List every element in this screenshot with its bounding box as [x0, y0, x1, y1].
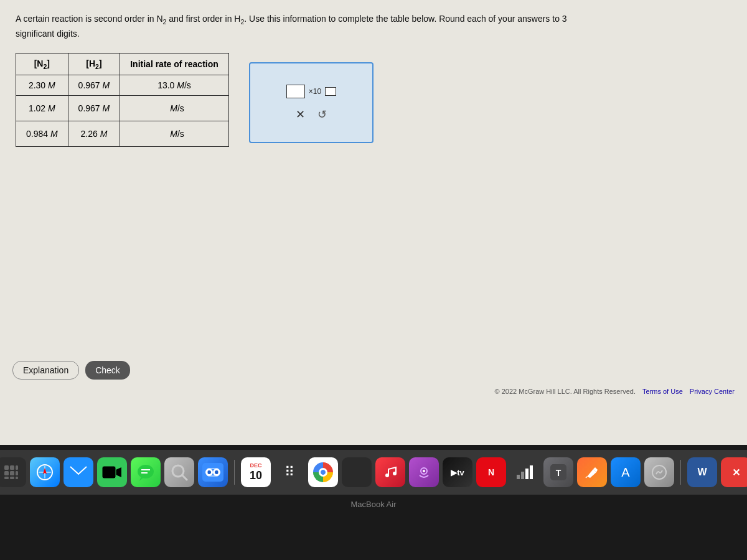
reaction-table: [N2] [H2] Initial rate of reaction 2.30 … [16, 53, 229, 147]
safari-icon[interactable] [30, 457, 60, 487]
calendar-icon[interactable]: DEC 10 [241, 457, 271, 487]
popup-box: ×10 ✕ ↺ [249, 62, 374, 143]
footer: © 2022 McGraw Hill LLC. All Rights Reser… [495, 388, 735, 395]
svg-rect-4 [10, 471, 14, 475]
dock-bar: DEC 10 ⠿ ▶tv [0, 450, 747, 495]
appstore-icon[interactable]: A [611, 457, 641, 487]
netflix-label: N [488, 467, 494, 477]
word-label: W [697, 467, 707, 478]
explanation-button[interactable]: Explanation [12, 361, 79, 380]
messages-icon[interactable] [131, 457, 161, 487]
svg-line-22 [182, 475, 187, 480]
popup-buttons: ✕ ↺ [296, 108, 327, 121]
rate-input-3[interactable] [130, 126, 167, 141]
table-row: 1.02 M 0.967 M M/s [16, 96, 229, 121]
chrome-icon[interactable] [308, 457, 338, 487]
siri-icon[interactable] [644, 457, 674, 487]
popup-top: ×10 [286, 85, 336, 98]
word-icon[interactable]: W [687, 457, 717, 487]
launchpad-icon[interactable] [0, 457, 26, 487]
x10-label: ×10 [309, 87, 321, 96]
calendar-month: DEC [250, 462, 261, 469]
edit-icon[interactable] [577, 457, 607, 487]
popup-mantissa-input[interactable] [286, 85, 305, 98]
svg-rect-0 [4, 465, 9, 470]
svg-point-26 [207, 470, 211, 474]
mail-icon[interactable] [63, 457, 93, 487]
blank-icon-1 [342, 457, 372, 487]
rate-input-2[interactable] [130, 101, 167, 116]
calendar-day: 10 [250, 469, 262, 482]
check-button[interactable]: Check [85, 361, 130, 380]
popup-exponent-input[interactable] [325, 87, 336, 96]
svg-rect-35 [525, 469, 529, 479]
h2-val-3: 2.26 M [68, 121, 120, 147]
popup-undo-button[interactable]: ↺ [317, 108, 327, 121]
facetime-icon[interactable] [97, 457, 127, 487]
unit-label-3: M/s [170, 129, 184, 139]
svg-rect-5 [16, 471, 18, 475]
macbook-label: MacBook Air [351, 500, 397, 509]
close-app-icon[interactable]: ✕ [721, 457, 747, 487]
signal-icon [510, 457, 540, 487]
problem-text: A certain reaction is second order in N2… [16, 12, 607, 40]
dock-area: DEC 10 ⠿ ▶tv [0, 445, 747, 560]
svg-line-39 [586, 477, 587, 478]
finder-icon[interactable] [198, 457, 228, 487]
appstore-label: A [621, 465, 629, 480]
dock-divider [234, 460, 235, 485]
n2-val-1: 2.30 M [16, 75, 68, 96]
h2-val-2: 0.967 M [68, 96, 120, 121]
svg-rect-2 [16, 465, 18, 470]
svg-rect-1 [10, 465, 14, 470]
terms-link[interactable]: Terms of Use [642, 388, 683, 395]
h2-val-1: 0.967 M [68, 75, 120, 96]
svg-rect-36 [530, 465, 533, 479]
rate-input-3-cell[interactable]: M/s [120, 121, 229, 147]
more-apps-icon[interactable]: ⠿ [275, 457, 304, 487]
svg-rect-14 [102, 466, 116, 478]
rate-input-2-cell[interactable]: M/s [120, 96, 229, 121]
svg-point-27 [215, 470, 218, 474]
svg-rect-6 [4, 477, 9, 479]
svg-rect-34 [521, 472, 524, 479]
rate-val-1: 13.0 M/s [120, 75, 229, 96]
spotlight-icon[interactable] [164, 457, 194, 487]
screen-time-icon[interactable]: T [543, 457, 573, 487]
popup-close-button[interactable]: ✕ [296, 108, 305, 121]
table-row: 2.30 M 0.967 M 13.0 M/s [16, 75, 229, 96]
bottom-buttons: Explanation Check [12, 361, 130, 380]
svg-point-32 [423, 470, 425, 472]
podcast-icon[interactable] [409, 457, 439, 487]
tv-icon[interactable]: ▶tv [443, 457, 472, 487]
unit-label-2: M/s [170, 103, 184, 113]
svg-point-17 [138, 465, 154, 478]
svg-text:T: T [556, 468, 561, 478]
col-n2-header: [N2] [16, 53, 68, 75]
svg-marker-15 [116, 467, 121, 477]
privacy-link[interactable]: Privacy Center [690, 388, 735, 395]
tv-label: ▶tv [451, 468, 464, 477]
music-icon[interactable] [375, 457, 405, 487]
n2-val-3: 0.984 M [16, 121, 68, 147]
close-x-label: ✕ [732, 467, 740, 478]
table-row: 0.984 M 2.26 M M/s [16, 121, 229, 147]
copyright-text: © 2022 McGraw Hill LLC. All Rights Reser… [495, 388, 636, 395]
col-h2-header: [H2] [68, 53, 120, 75]
main-content: A certain reaction is second order in N2… [0, 0, 747, 510]
svg-rect-33 [517, 475, 520, 479]
svg-rect-7 [10, 477, 14, 479]
netflix-icon[interactable]: N [476, 457, 506, 487]
n2-val-2: 1.02 M [16, 96, 68, 121]
svg-point-29 [385, 474, 389, 477]
svg-rect-8 [16, 477, 18, 479]
svg-rect-3 [4, 471, 9, 475]
dock-divider-2 [680, 460, 681, 485]
svg-point-30 [393, 472, 397, 475]
col-rate-header: Initial rate of reaction [120, 53, 229, 75]
